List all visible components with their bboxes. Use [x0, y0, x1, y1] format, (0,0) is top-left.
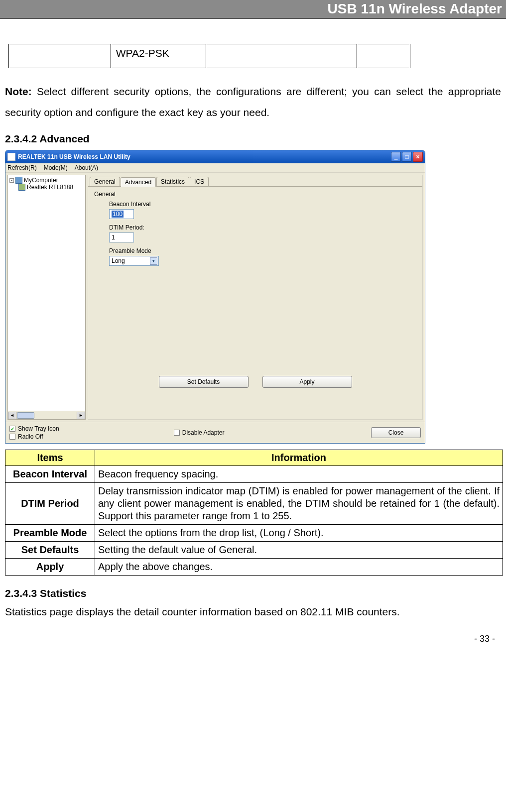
dtim-period-label: DTIM Period:: [109, 224, 416, 231]
window-title: REALTEK 11n USB Wireless LAN Utility: [18, 153, 130, 160]
disable-adapter-checkbox[interactable]: Disable Adapter: [174, 429, 225, 436]
row-item: Set Defaults: [5, 542, 95, 559]
minimize-button[interactable]: _: [391, 152, 401, 162]
row-info: Select the options from the drop list, (…: [95, 525, 503, 542]
row-info: Delay transmission indicator map (DTIM) …: [95, 483, 503, 525]
tab-general[interactable]: General: [90, 177, 120, 186]
preamble-mode-select[interactable]: Long ▾: [109, 256, 159, 266]
device-tree[interactable]: - MyComputer Realtek RTL8188 ◄ ►: [7, 175, 86, 420]
computer-icon: [15, 177, 22, 184]
row-item: DTIM Period: [5, 483, 95, 525]
adapter-icon: [18, 184, 25, 191]
app-window: REALTEK 11n USB Wireless LAN Utility _ □…: [5, 150, 425, 444]
wpa-cell-1: [9, 44, 111, 68]
checkbox-unchecked-icon: [174, 430, 180, 436]
wpa-cell-3: [206, 44, 357, 68]
note-label: Note:: [5, 86, 32, 97]
row-item: Apply: [5, 559, 95, 576]
row-item: Preamble Mode: [5, 525, 95, 542]
menu-bar: Refresh(R) Mode(M) About(A): [5, 163, 425, 173]
set-defaults-button[interactable]: Set Defaults: [159, 376, 249, 388]
header-items: Items: [5, 450, 95, 466]
info-table: Items Information Beacon Interval Beacon…: [5, 450, 503, 576]
row-info: Beacon frequency spacing.: [95, 466, 503, 483]
note-text: Select different security options, the c…: [5, 86, 501, 118]
checkbox-checked-icon: ✔: [9, 426, 15, 432]
tree-child-label: Realtek RTL8188: [27, 184, 73, 191]
beacon-interval-input[interactable]: 100: [109, 209, 134, 219]
tree-root-row[interactable]: - MyComputer: [9, 177, 84, 184]
wpa-table: WPA2-PSK: [8, 44, 410, 68]
show-tray-checkbox[interactable]: ✔ Show Tray Icon: [9, 425, 59, 432]
tree-collapse-icon[interactable]: -: [9, 178, 14, 183]
scroll-right-icon[interactable]: ►: [77, 412, 85, 419]
menu-mode[interactable]: Mode(M): [44, 164, 68, 171]
header-information: Information: [95, 450, 503, 466]
disable-adapter-label: Disable Adapter: [182, 429, 225, 436]
wpa-cell-4: [357, 44, 410, 68]
preamble-mode-label: Preamble Mode: [109, 247, 416, 254]
tab-strip: General Advanced Statistics ICS: [88, 175, 422, 187]
wpa-cell-2: WPA2-PSK: [111, 44, 206, 68]
checkbox-unchecked-icon: [9, 434, 15, 440]
apply-button[interactable]: Apply: [262, 376, 352, 388]
row-item: Beacon Interval: [5, 466, 95, 483]
row-info: Apply the above changes.: [95, 559, 503, 576]
header-title: USB 11n Wireless Adapter: [328, 1, 502, 16]
title-bar[interactable]: REALTEK 11n USB Wireless LAN Utility _ □…: [5, 150, 425, 163]
scroll-thumb[interactable]: [17, 412, 34, 419]
tree-scrollbar[interactable]: ◄ ►: [8, 411, 85, 419]
beacon-interval-label: Beacon Interval: [109, 201, 416, 208]
table-row: Apply Apply the above changes.: [5, 559, 503, 576]
wpa-row: WPA2-PSK: [9, 44, 410, 68]
app-icon: [7, 153, 15, 161]
footer-bar: ✔ Show Tray Icon Radio Off Disable Adapt…: [5, 422, 425, 443]
main-pane: General Advanced Statistics ICS General …: [88, 175, 423, 420]
scroll-left-icon[interactable]: ◄: [8, 412, 16, 419]
tab-ics[interactable]: ICS: [190, 177, 209, 186]
section-advanced-heading: 2.3.4.2 Advanced: [5, 133, 501, 145]
table-row: DTIM Period Delay transmission indicator…: [5, 483, 503, 525]
close-button[interactable]: Close: [371, 427, 421, 438]
maximize-button[interactable]: □: [402, 152, 412, 162]
statistics-paragraph: Statistics page displays the detail coun…: [5, 604, 501, 619]
menu-refresh[interactable]: Refresh(R): [7, 164, 37, 171]
close-window-button[interactable]: ×: [413, 152, 423, 162]
tree-root-label: MyComputer: [24, 177, 58, 184]
radio-off-label: Radio Off: [18, 433, 43, 440]
group-label-general: General: [94, 191, 416, 198]
note-paragraph: Note: Select different security options,…: [5, 81, 501, 123]
section-statistics-heading: 2.3.4.3 Statistics: [5, 587, 501, 599]
tree-child-row[interactable]: Realtek RTL8188: [9, 184, 84, 191]
table-row: Beacon Interval Beacon frequency spacing…: [5, 466, 503, 483]
chevron-down-icon[interactable]: ▾: [150, 257, 157, 265]
tab-advanced[interactable]: Advanced: [121, 177, 156, 187]
dtim-period-input[interactable]: 1: [109, 232, 134, 242]
page-header: USB 11n Wireless Adapter: [0, 0, 506, 19]
page-number: - 33 -: [0, 624, 506, 649]
table-row: Set Defaults Setting the default value o…: [5, 542, 503, 559]
row-info: Setting the default value of General.: [95, 542, 503, 559]
preamble-mode-value: Long: [112, 257, 125, 264]
info-table-header-row: Items Information: [5, 450, 503, 466]
menu-about[interactable]: About(A): [75, 164, 98, 171]
table-row: Preamble Mode Select the options from th…: [5, 525, 503, 542]
tab-statistics[interactable]: Statistics: [156, 177, 189, 186]
show-tray-label: Show Tray Icon: [18, 425, 59, 432]
radio-off-checkbox[interactable]: Radio Off: [9, 433, 59, 440]
